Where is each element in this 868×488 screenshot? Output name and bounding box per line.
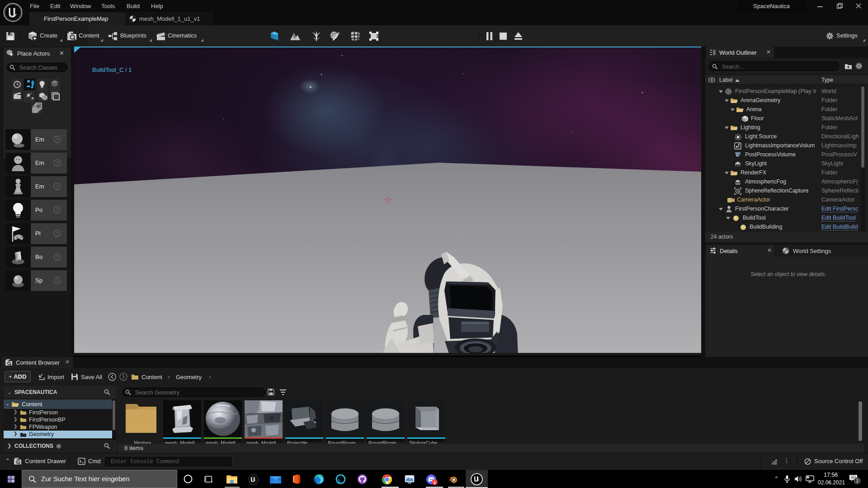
svg-text:1: 1 <box>434 480 436 485</box>
svg-text:?: ? <box>56 184 58 189</box>
svg-text:?: ? <box>56 231 58 236</box>
svg-text:?: ? <box>56 278 58 283</box>
svg-text:3: 3 <box>856 478 859 483</box>
svg-text:?: ? <box>56 160 58 166</box>
svg-text:?: ? <box>56 207 58 213</box>
svg-text:?: ? <box>56 137 58 142</box>
svg-text:?: ? <box>56 254 58 260</box>
